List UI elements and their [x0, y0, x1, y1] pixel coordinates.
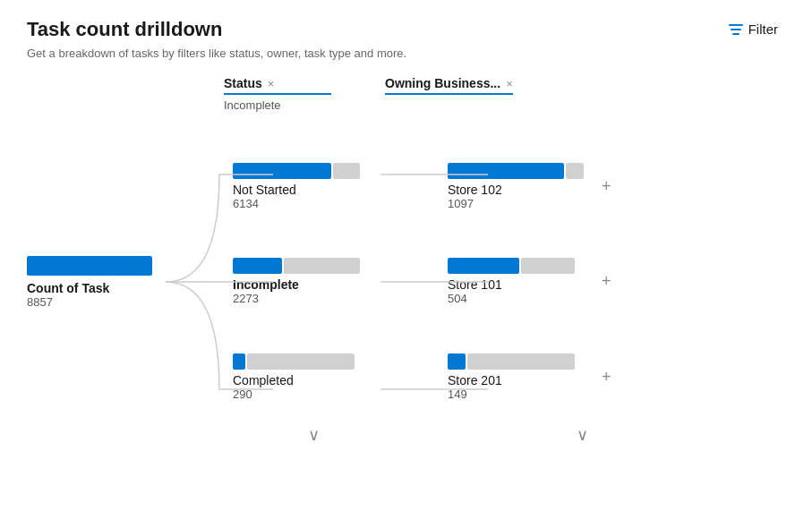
store201-label: Store 201 [448, 373, 591, 387]
mid-node-not-started: Not Started 6134 [233, 163, 394, 210]
filter-business-header: Owning Business... × [385, 76, 513, 95]
store201-bar-wrap [448, 353, 591, 370]
filter-status-header: Status × [224, 76, 331, 95]
chart-area: Count of Task 8857 Not Started 6134 [27, 130, 785, 434]
header-row: Task count drilldown Filter [27, 18, 785, 41]
root-node: Count of Task 8857 [27, 256, 179, 309]
store102-bar-wrap [448, 163, 591, 179]
incomplete-bar-blue [233, 258, 282, 274]
store201-bar-group: Store 201 149 [448, 353, 591, 401]
completed-bar-gray [247, 353, 355, 370]
store101-value: 504 [448, 292, 591, 305]
store201-bar-blue [448, 353, 466, 370]
filter-status-label: Status [224, 76, 262, 90]
completed-value: 290 [233, 387, 394, 401]
mid-node-completed: Completed 290 [233, 353, 394, 401]
root-label: Count of Task [27, 281, 109, 295]
root-bar [27, 256, 152, 276]
root-value: 8857 [27, 295, 53, 309]
store101-bar-blue [448, 258, 519, 274]
completed-bar-blue [233, 353, 245, 370]
filter-business-label: Owning Business... [385, 76, 500, 90]
not-started-bar-gray [333, 163, 360, 179]
store101-label: Store 101 [448, 277, 591, 292]
store102-label: Store 102 [448, 183, 591, 197]
incomplete-bar-wrap [233, 258, 376, 274]
incomplete-label: Incomplete [233, 277, 394, 292]
not-started-label: Not Started [233, 183, 394, 197]
filter-row: Status × Incomplete Owning Business... × [224, 76, 785, 112]
filter-status: Status × Incomplete [224, 76, 331, 112]
right-col: Store 102 1097 + Store 101 504 + [448, 139, 645, 425]
store101-bar-gray [521, 258, 575, 274]
not-started-bar-wrap [233, 163, 376, 179]
filter-button-label: Filter [748, 21, 778, 37]
filter-business-close[interactable]: × [506, 77, 513, 90]
completed-label: Completed [233, 373, 394, 387]
store102-bar-gray [566, 163, 584, 179]
filter-icon [729, 24, 743, 35]
middle-col: Not Started 6134 Incomplete 2273 Complet… [233, 139, 394, 425]
store201-expand-button[interactable]: + [602, 368, 611, 387]
page-title: Task count drilldown [27, 18, 222, 41]
store101-bar-wrap [448, 258, 591, 274]
store101-bar-group: Store 101 504 [448, 258, 591, 305]
filter-business: Owning Business... × [385, 76, 513, 112]
filter-button[interactable]: Filter [722, 18, 785, 40]
not-started-value: 6134 [233, 197, 394, 210]
store201-value: 149 [448, 387, 591, 401]
not-started-bar-blue [233, 163, 331, 179]
right-node-store102: Store 102 1097 + [448, 163, 645, 210]
incomplete-bar-gray [284, 258, 360, 274]
store102-bar-group: Store 102 1097 [448, 163, 591, 210]
filter-status-close[interactable]: × [268, 77, 275, 90]
right-node-store101: Store 101 504 + [448, 258, 645, 305]
mid-node-incomplete: Incomplete 2273 [233, 258, 394, 305]
store201-bar-gray [467, 353, 575, 370]
page: Task count drilldown Filter Get a breakd… [0, 0, 812, 528]
incomplete-value: 2273 [233, 292, 394, 305]
subtitle: Get a breakdown of tasks by filters like… [27, 47, 785, 60]
store101-expand-button[interactable]: + [602, 272, 611, 291]
filter-status-value: Incomplete [224, 98, 331, 112]
completed-bar-wrap [233, 353, 376, 370]
root-bar-container [27, 256, 170, 276]
store102-bar-blue [448, 163, 564, 179]
store102-value: 1097 [448, 197, 591, 210]
store102-expand-button[interactable]: + [602, 177, 611, 196]
right-node-store201: Store 201 149 + [448, 353, 645, 401]
